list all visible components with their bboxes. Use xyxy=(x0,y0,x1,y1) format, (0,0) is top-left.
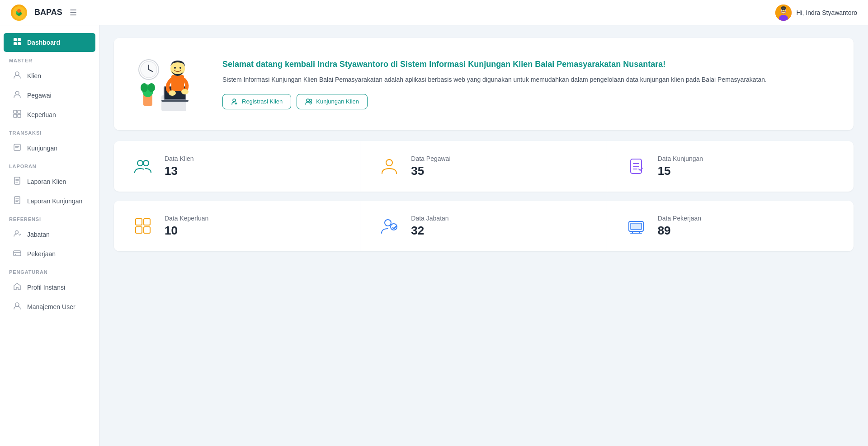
stat-info-data-pegawai: Data Pegawai 35 xyxy=(411,155,450,178)
registrasi-icon xyxy=(231,98,238,105)
welcome-title: Selamat datang kembali Indra Styawantoro… xyxy=(222,59,835,70)
stat-item-data-keperluan: Data Keperluan 10 xyxy=(114,201,360,251)
laporan-kunjungan-icon xyxy=(13,196,22,206)
navbar-left: BAPAS ☰ xyxy=(11,5,77,21)
data-keperluan-icon xyxy=(130,213,156,239)
sidebar-item-dashboard[interactable]: Dashboard xyxy=(4,33,95,52)
welcome-desc: Sistem Informasi Kunjungan Klien Balai P… xyxy=(222,75,835,85)
sidebar-label-keperluan: Keperluan xyxy=(27,111,56,118)
avatar xyxy=(775,5,792,21)
sidebar-label-laporan-klien: Laporan Klien xyxy=(27,178,66,185)
stats-card-row2: Data Keperluan 10 D xyxy=(114,201,854,251)
stat-item-data-pegawai: Data Pegawai 35 xyxy=(360,141,607,192)
app-layout: Dashboard MASTER Klien Pegawai xyxy=(0,25,868,446)
svg-rect-21 xyxy=(14,144,20,150)
sidebar-item-keperluan[interactable]: Keperluan xyxy=(4,105,95,124)
stat-info-data-klien: Data Klien 13 xyxy=(165,155,194,178)
svg-rect-18 xyxy=(18,110,21,113)
sidebar-item-laporan-kunjungan[interactable]: Laporan Kunjungan xyxy=(4,192,95,211)
menu-toggle-icon[interactable]: ☰ xyxy=(70,8,77,18)
section-pengaturan: PENGATURAN xyxy=(0,264,99,277)
stat-item-data-jabatan: Data Jabatan 32 xyxy=(360,201,607,251)
user-greeting: Hi, Indra Styawantoro xyxy=(796,9,857,16)
sidebar-label-pekerjaan: Pekerjaan xyxy=(27,250,56,258)
sidebar-label-kunjungan: Kunjungan xyxy=(27,145,57,152)
stat-value-data-jabatan: 32 xyxy=(411,224,448,238)
app-logo xyxy=(11,5,27,21)
sidebar-item-profil-instansi[interactable]: Profil Instansi xyxy=(4,278,95,297)
stat-label-data-pekerjaan: Data Pekerjaan xyxy=(658,215,702,222)
keperluan-icon xyxy=(13,110,22,120)
registrasi-klien-label: Registrasi Klien xyxy=(242,98,283,105)
stat-value-data-pegawai: 35 xyxy=(411,164,450,178)
svg-rect-14 xyxy=(18,42,21,45)
stat-label-data-keperluan: Data Keperluan xyxy=(165,215,208,222)
svg-point-24 xyxy=(15,231,19,234)
svg-rect-11 xyxy=(14,38,17,41)
svg-rect-12 xyxy=(18,38,21,41)
stats-row-1: Data Klien 13 Data Pegawai 35 xyxy=(114,141,854,192)
manajemen-user-icon xyxy=(13,302,22,312)
registrasi-klien-button[interactable]: Registrasi Klien xyxy=(222,94,291,109)
svg-point-49 xyxy=(137,160,143,166)
svg-rect-40 xyxy=(171,75,184,91)
sidebar-item-manajemen-user[interactable]: Manajemen User xyxy=(4,297,95,316)
stats-card-row1: Data Klien 13 Data Pegawai 35 xyxy=(114,141,854,192)
svg-point-48 xyxy=(310,99,312,101)
stat-label-data-pegawai: Data Pegawai xyxy=(411,155,450,162)
svg-point-27 xyxy=(15,303,19,306)
svg-point-16 xyxy=(15,91,19,95)
navbar: BAPAS ☰ Hi, Indra Styawantoro xyxy=(0,0,868,25)
stat-label-data-kunjungan: Data Kunjungan xyxy=(658,155,703,162)
kunjungan-klien-label: Kunjungan Klien xyxy=(316,98,359,105)
svg-point-10 xyxy=(781,6,786,10)
section-transaksi: TRANSAKSI xyxy=(0,125,99,138)
stat-info-data-jabatan: Data Jabatan 32 xyxy=(411,215,448,238)
sidebar-label-klien: Klien xyxy=(27,72,41,80)
svg-rect-20 xyxy=(18,114,21,117)
sidebar-item-klien[interactable]: Klien xyxy=(4,66,95,85)
svg-point-46 xyxy=(233,99,236,102)
svg-rect-17 xyxy=(14,110,17,113)
sidebar-item-jabatan[interactable]: Jabatan xyxy=(4,225,95,244)
svg-point-50 xyxy=(143,160,149,166)
stat-value-data-kunjungan: 15 xyxy=(658,164,703,178)
stat-value-data-pekerjaan: 89 xyxy=(658,224,702,238)
sidebar: Dashboard MASTER Klien Pegawai xyxy=(0,25,99,446)
stat-value-data-keperluan: 10 xyxy=(165,224,208,238)
sidebar-label-profil-instansi: Profil Instansi xyxy=(27,284,65,291)
section-laporan: LAPORAN xyxy=(0,158,99,172)
stat-value-data-klien: 13 xyxy=(165,164,194,178)
pegawai-icon xyxy=(13,90,22,100)
svg-rect-25 xyxy=(14,251,21,256)
welcome-illustration xyxy=(132,52,204,116)
svg-rect-60 xyxy=(631,223,642,230)
svg-rect-56 xyxy=(144,227,150,233)
sidebar-item-pegawai[interactable]: Pegawai xyxy=(4,86,95,105)
sidebar-item-laporan-klien[interactable]: Laporan Klien xyxy=(4,172,95,191)
stat-item-data-pekerjaan: Data Pekerjaan 89 xyxy=(607,201,854,251)
stat-label-data-jabatan: Data Jabatan xyxy=(411,215,448,222)
kunjungan-klien-button[interactable]: Kunjungan Klien xyxy=(297,94,368,109)
data-jabatan-icon xyxy=(377,213,402,239)
sidebar-label-laporan-kunjungan: Laporan Kunjungan xyxy=(27,197,82,205)
svg-point-44 xyxy=(169,90,176,96)
data-kunjungan-icon xyxy=(623,154,649,179)
klien-icon xyxy=(13,71,22,81)
kunjungan-btn-icon xyxy=(305,98,312,105)
sidebar-label-jabatan: Jabatan xyxy=(27,231,50,238)
svg-point-43 xyxy=(179,67,181,69)
sidebar-item-kunjungan[interactable]: Kunjungan xyxy=(4,139,95,158)
svg-rect-19 xyxy=(14,114,17,117)
dashboard-icon xyxy=(13,38,22,47)
svg-point-35 xyxy=(148,83,155,92)
user-menu[interactable]: Hi, Indra Styawantoro xyxy=(775,5,857,21)
svg-rect-55 xyxy=(136,227,142,233)
sidebar-label-dashboard: Dashboard xyxy=(27,39,60,46)
svg-rect-39 xyxy=(161,100,189,102)
sidebar-label-manajemen-user: Manajemen User xyxy=(27,303,75,310)
svg-point-26 xyxy=(15,254,16,255)
svg-point-47 xyxy=(307,99,309,102)
sidebar-item-pekerjaan[interactable]: Pekerjaan xyxy=(4,244,95,263)
welcome-text: Selamat datang kembali Indra Styawantoro… xyxy=(222,59,835,109)
